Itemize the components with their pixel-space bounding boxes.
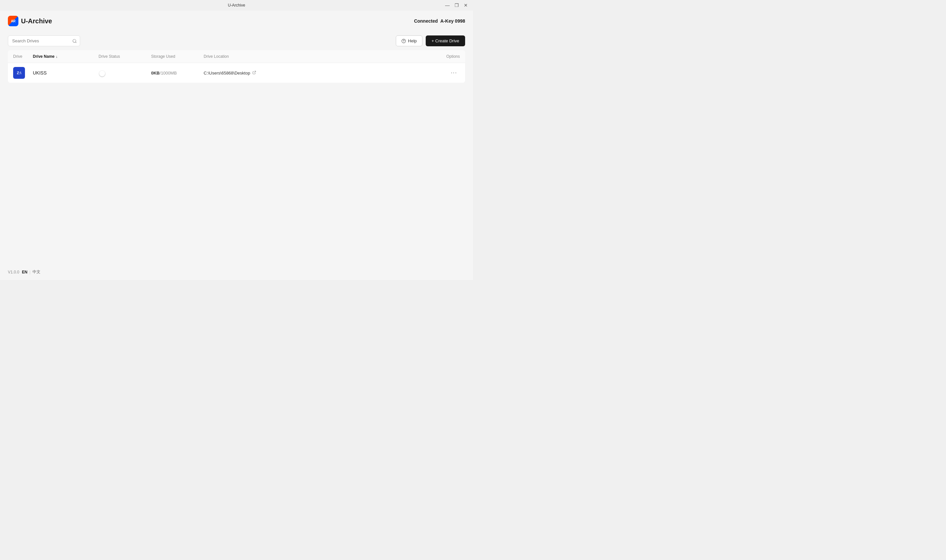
- app-header: AR U-Archive Connected A-Key 0998: [0, 11, 473, 32]
- drives-table: Drive Drive Name ↓ Drive Status Storage …: [8, 50, 465, 83]
- language-switcher: EN | 中文: [22, 269, 40, 275]
- app-title: U-Archive: [21, 17, 52, 25]
- lang-separator: |: [29, 270, 30, 274]
- connection-label: Connected: [414, 18, 438, 24]
- search-icon-button[interactable]: [72, 39, 77, 43]
- col-options: Options: [434, 54, 460, 59]
- options-cell: ···: [434, 69, 460, 77]
- col-drive: Drive: [13, 54, 33, 59]
- connection-status: Connected A-Key 0998: [414, 18, 465, 24]
- titlebar-controls: — ❐ ✕: [444, 2, 469, 9]
- toolbar-actions: Help + Create Drive: [396, 35, 465, 46]
- close-button[interactable]: ✕: [462, 2, 469, 9]
- table-row: Z:\ UKISS 0KB/1000MB C:\Users\65868\Des: [8, 63, 465, 83]
- storage-total: /1000MB: [160, 71, 177, 75]
- col-storage-used: Storage Used: [151, 54, 203, 59]
- app-logo: AR U-Archive: [8, 16, 52, 26]
- external-link-icon[interactable]: [252, 71, 256, 75]
- svg-line-4: [254, 71, 256, 73]
- lang-zh[interactable]: 中文: [32, 269, 40, 275]
- app-footer: V1.0.0 EN | 中文: [8, 269, 40, 275]
- col-drive-location: Drive Location: [203, 54, 434, 59]
- storage-cell: 0KB/1000MB: [151, 71, 203, 75]
- drive-status-cell: [99, 70, 151, 76]
- maximize-button[interactable]: ❐: [453, 2, 460, 9]
- logo-icon: AR: [8, 16, 18, 26]
- drive-icon-badge: Z:\: [13, 67, 25, 79]
- storage-used: 0KB: [151, 71, 160, 75]
- col-drive-status: Drive Status: [99, 54, 151, 59]
- sort-arrow-icon: ↓: [56, 54, 58, 58]
- table-header: Drive Drive Name ↓ Drive Status Storage …: [8, 50, 465, 63]
- col-drive-name[interactable]: Drive Name ↓: [33, 54, 99, 59]
- create-drive-button[interactable]: + Create Drive: [426, 35, 465, 46]
- help-icon: [401, 39, 406, 43]
- version-label: V1.0.0: [8, 270, 19, 274]
- toolbar: Help + Create Drive: [0, 32, 473, 50]
- lang-en[interactable]: EN: [22, 270, 28, 274]
- help-button[interactable]: Help: [396, 35, 422, 46]
- search-icon: [72, 39, 77, 43]
- titlebar: U-Archive — ❐ ✕: [0, 0, 473, 11]
- titlebar-title: U-Archive: [228, 3, 245, 8]
- options-button[interactable]: ···: [448, 69, 460, 77]
- search-input[interactable]: [8, 35, 80, 46]
- connection-key: A-Key 0998: [441, 18, 465, 24]
- drive-icon: Z:\: [13, 67, 33, 79]
- help-label: Help: [408, 38, 417, 43]
- app-container: AR U-Archive Connected A-Key 0998: [0, 11, 473, 280]
- svg-line-1: [75, 42, 77, 43]
- location-cell: C:\Users\65868\Desktop: [203, 71, 434, 75]
- location-path: C:\Users\65868\Desktop: [203, 71, 250, 75]
- create-drive-label: + Create Drive: [431, 38, 459, 43]
- drive-name-cell: UKISS: [33, 70, 99, 75]
- minimize-button[interactable]: —: [444, 2, 451, 9]
- search-container: [8, 35, 80, 46]
